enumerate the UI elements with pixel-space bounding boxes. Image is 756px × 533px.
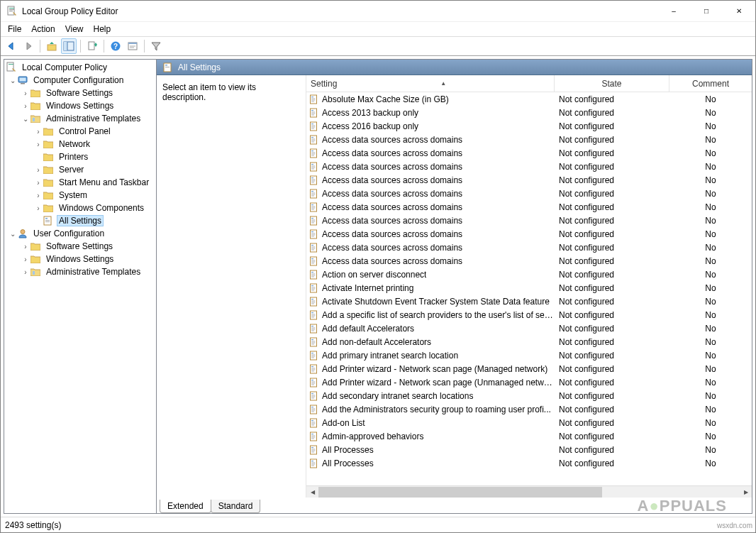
folder-icon xyxy=(43,151,54,163)
expand-icon[interactable]: › xyxy=(34,128,43,136)
help-button[interactable]: ? xyxy=(108,38,123,54)
tree-node-root[interactable]: Local Computer Policy xyxy=(4,61,156,74)
menu-file[interactable]: File xyxy=(8,24,21,34)
properties-button[interactable] xyxy=(125,38,140,54)
up-level-button[interactable] xyxy=(44,38,60,54)
scroll-right-button[interactable]: ▶ xyxy=(740,486,752,498)
list-item[interactable]: Access data sources across domainsNot co… xyxy=(306,173,752,187)
back-button[interactable] xyxy=(4,38,19,54)
tree-node-printers[interactable]: Printers xyxy=(4,150,156,163)
show-hide-tree-button[interactable] xyxy=(61,38,77,54)
expand-icon[interactable]: › xyxy=(34,141,43,148)
list-item[interactable]: Add Printer wizard - Network scan page (… xyxy=(306,362,752,375)
tree-node-software-settings[interactable]: ›Software Settings xyxy=(4,87,156,99)
tree-node-all-settings[interactable]: All Settings xyxy=(4,214,156,227)
tree-node-uc-admin[interactable]: ›Administrative Templates xyxy=(4,265,156,278)
filter-button[interactable] xyxy=(148,38,164,54)
list-item[interactable]: Access data sources across domainsNot co… xyxy=(306,146,752,160)
tree-node-admin-templates[interactable]: ⌄Administrative Templates xyxy=(4,112,156,125)
tab-standard[interactable]: Standard xyxy=(211,500,261,513)
list-item[interactable]: Access data sources across domainsNot co… xyxy=(306,200,752,214)
horizontal-scrollbar[interactable]: ◀ ▶ xyxy=(306,485,752,498)
setting-state: Not configured xyxy=(555,445,669,455)
list-item[interactable]: Access data sources across domainsNot co… xyxy=(306,160,752,173)
setting-state: Not configured xyxy=(555,148,669,158)
setting-state: Not configured xyxy=(555,310,669,320)
column-header-setting[interactable]: Setting ▲ xyxy=(306,75,555,92)
expand-icon[interactable]: › xyxy=(34,204,43,212)
list-item[interactable]: Access 2013 backup onlyNot configuredNo xyxy=(306,106,752,119)
menu-view[interactable]: View xyxy=(65,24,84,34)
tree-node-control-panel[interactable]: ›Control Panel xyxy=(4,125,156,138)
expand-icon[interactable]: › xyxy=(34,179,43,187)
list-item[interactable]: Access data sources across domainsNot co… xyxy=(306,254,752,268)
tree-node-windows-settings[interactable]: ›Windows Settings xyxy=(4,99,156,112)
policy-item-icon xyxy=(309,135,319,145)
tree-node-computer-config[interactable]: ⌄ Computer Configuration xyxy=(4,74,156,87)
tree-node-user-config[interactable]: ⌄User Configuration xyxy=(4,227,156,240)
list-item[interactable]: Access data sources across domainsNot co… xyxy=(306,214,752,227)
expand-icon[interactable]: › xyxy=(21,89,30,97)
tree-label: Software Settings xyxy=(44,241,115,252)
expand-icon[interactable]: › xyxy=(34,166,43,174)
expand-icon[interactable]: › xyxy=(21,268,30,276)
list-item[interactable]: Add the Administrators security group to… xyxy=(306,402,752,416)
collapse-icon[interactable]: ⌄ xyxy=(9,77,17,84)
list-item[interactable]: Activate Internet printingNot configured… xyxy=(306,281,752,295)
scroll-left-button[interactable]: ◀ xyxy=(306,486,318,498)
list-item[interactable]: Add primary intranet search locationNot … xyxy=(306,348,752,362)
menu-help[interactable]: Help xyxy=(94,24,111,34)
list-item[interactable]: Access 2016 backup onlyNot configuredNo xyxy=(306,119,752,133)
tree-node-uc-software[interactable]: ›Software Settings xyxy=(4,240,156,253)
column-header-comment[interactable]: Comment xyxy=(669,75,752,92)
setting-comment: No xyxy=(669,148,752,158)
menu-action[interactable]: Action xyxy=(31,24,55,34)
list-item[interactable]: Add Printer wizard - Network scan page (… xyxy=(306,375,752,389)
list-item[interactable]: All ProcessesNot configuredNo xyxy=(306,443,752,456)
svg-rect-76 xyxy=(311,218,313,219)
list-item[interactable]: Add secondary intranet search locationsN… xyxy=(306,389,752,402)
forward-button[interactable] xyxy=(21,38,36,54)
console-tree[interactable]: Local Computer Policy ⌄ Computer Configu… xyxy=(4,59,157,514)
list-item[interactable]: Add-on ListNot configuredNo xyxy=(306,416,752,429)
collapse-icon[interactable]: ⌄ xyxy=(9,230,17,238)
expand-icon[interactable]: › xyxy=(21,102,30,110)
list-item[interactable]: All ProcessesNot configuredNo xyxy=(306,456,752,470)
scroll-thumb[interactable] xyxy=(318,487,602,498)
list-item[interactable]: Admin-approved behaviorsNot configuredNo xyxy=(306,429,752,443)
tree-node-windows-components[interactable]: ›Windows Components xyxy=(4,202,156,214)
list-body[interactable]: Absolute Max Cache Size (in GB)Not confi… xyxy=(306,92,752,485)
list-item[interactable]: Add default AcceleratorsNot configuredNo xyxy=(306,322,752,335)
list-item[interactable]: Access data sources across domainsNot co… xyxy=(306,241,752,254)
tree-node-server[interactable]: ›Server xyxy=(4,163,156,176)
tab-extended[interactable]: Extended xyxy=(160,500,211,513)
list-item[interactable]: Access data sources across domainsNot co… xyxy=(306,187,752,200)
tree-node-uc-windows[interactable]: ›Windows Settings xyxy=(4,253,156,265)
setting-state: Not configured xyxy=(555,283,669,293)
maximize-button[interactable]: □ xyxy=(690,1,723,22)
settings-list[interactable]: Setting ▲ State Comment Absolute Max Cac… xyxy=(306,75,752,498)
list-item[interactable]: Access data sources across domainsNot co… xyxy=(306,227,752,241)
list-item[interactable]: Action on server disconnectNot configure… xyxy=(306,268,752,281)
list-item[interactable]: Add a specific list of search providers … xyxy=(306,308,752,322)
list-item[interactable]: Activate Shutdown Event Tracker System S… xyxy=(306,295,752,308)
expand-icon[interactable]: › xyxy=(21,243,30,251)
list-item[interactable]: Access data sources across domainsNot co… xyxy=(306,133,752,146)
tree-node-system[interactable]: ›System xyxy=(4,189,156,202)
expand-icon[interactable]: › xyxy=(21,255,30,263)
close-button[interactable]: ✕ xyxy=(723,1,755,22)
list-item[interactable]: Add non-default AcceleratorsNot configur… xyxy=(306,335,752,348)
column-header-state[interactable]: State xyxy=(555,75,669,92)
svg-rect-65 xyxy=(311,189,317,198)
export-button[interactable] xyxy=(84,38,100,54)
collapse-icon[interactable]: ⌄ xyxy=(21,115,30,123)
minimize-button[interactable]: – xyxy=(657,1,690,22)
svg-rect-35 xyxy=(311,109,317,117)
svg-rect-148 xyxy=(311,410,316,410)
expand-icon[interactable]: › xyxy=(34,192,43,199)
svg-rect-94 xyxy=(311,263,314,263)
tree-node-start-menu[interactable]: ›Start Menu and Taskbar xyxy=(4,176,156,189)
list-item[interactable]: Absolute Max Cache Size (in GB)Not confi… xyxy=(306,92,752,106)
tree-node-network[interactable]: ›Network xyxy=(4,138,156,150)
folder-icon xyxy=(30,253,41,265)
